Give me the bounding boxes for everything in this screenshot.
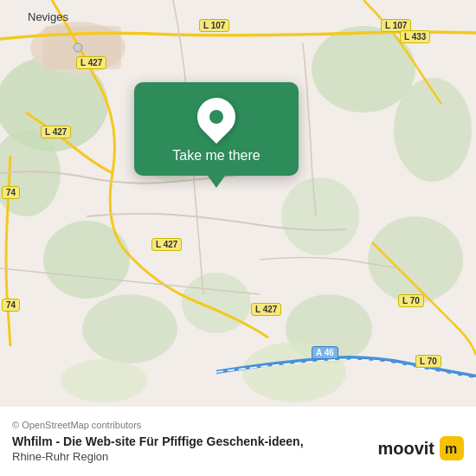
moovit-icon: m	[440, 436, 464, 460]
attribution-text: © OpenStreetMap contributors	[12, 420, 464, 430]
svg-point-6	[394, 78, 472, 182]
road-label-l70-1: L 70	[398, 294, 424, 307]
place-label-neviges: Neviges	[28, 10, 68, 23]
moovit-logo: moovit m	[377, 436, 464, 460]
map-container: L 107 L 107 L 427 L 427 L 427 L 427 L 43…	[0, 0, 476, 407]
svg-point-11	[182, 273, 251, 333]
road-label-l70-2: L 70	[415, 355, 441, 368]
road-label-a46: A 46	[312, 346, 338, 359]
road-label-l427-4: L 427	[251, 303, 281, 316]
road-label-74-2: 74	[2, 299, 20, 312]
popup-tail	[208, 176, 225, 188]
svg-point-14	[61, 359, 147, 402]
svg-point-10	[281, 177, 359, 255]
road-label-l427-3: L 427	[151, 238, 182, 251]
popup-label[interactable]: Take me there	[172, 148, 260, 164]
moovit-m-icon: m	[443, 440, 460, 457]
popup-card[interactable]: Take me there	[134, 82, 299, 176]
road-label-l427-2: L 427	[41, 125, 71, 138]
map-background	[0, 0, 476, 407]
svg-point-3	[43, 221, 130, 299]
svg-text:m: m	[445, 441, 457, 456]
moovit-text: moovit	[377, 439, 434, 459]
svg-point-4	[82, 294, 177, 363]
svg-point-17	[74, 43, 82, 52]
road-label-l107-1: L 107	[199, 19, 229, 32]
svg-point-7	[368, 216, 463, 303]
road-label-l427-1: L 427	[76, 56, 106, 69]
location-pin-icon	[190, 90, 243, 144]
bottom-bar: © OpenStreetMap contributors Whfilm - Di…	[0, 407, 476, 476]
road-label-l433: L 433	[400, 30, 430, 43]
road-label-74-1: 74	[2, 186, 20, 199]
